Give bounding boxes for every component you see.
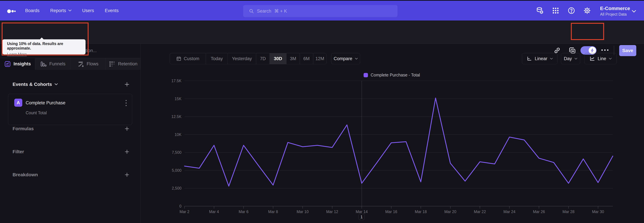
- event-name[interactable]: Complete Purchase: [26, 100, 66, 105]
- sampling-tooltip: Using 10% of data. Results are approxima…: [2, 39, 86, 54]
- chart-legend[interactable]: Complete Purchase - Total: [364, 73, 420, 77]
- chevron-down-icon[interactable]: [632, 10, 636, 13]
- chevron-down-icon: [550, 58, 553, 60]
- legend-swatch: [364, 73, 368, 77]
- y-axis-label: 12.5K: [172, 115, 182, 119]
- nav-item-boards[interactable]: Boards: [25, 8, 40, 13]
- event-options-button[interactable]: [124, 99, 128, 107]
- range-custom[interactable]: Custom: [170, 53, 206, 64]
- x-axis-label: Mar 28: [562, 209, 574, 214]
- x-axis-label: Mar 16: [385, 209, 397, 214]
- plus-icon: [124, 149, 130, 154]
- learn-more-link[interactable]: Learn More: [7, 52, 27, 57]
- search-icon: [249, 9, 254, 14]
- range-30d[interactable]: 30D: [270, 53, 286, 64]
- y-axis-label: 5,000: [172, 168, 182, 173]
- y-axis-label: 15K: [174, 97, 182, 101]
- project-name: E-Commerce: [600, 6, 630, 11]
- plus-icon: [124, 126, 130, 131]
- tooltip-arrow: [40, 38, 44, 40]
- range-7d[interactable]: 7D: [256, 53, 270, 64]
- date-range-selector: Custom Today Yesterday 7D 30D 3M 6M 12M: [170, 53, 326, 64]
- range-3m[interactable]: 3M: [286, 53, 300, 64]
- apps-grid-icon[interactable]: [552, 7, 560, 15]
- x-axis-label: Mar 18: [415, 209, 427, 214]
- chart-type-dropdown[interactable]: Line: [584, 53, 617, 64]
- chevron-down-icon: [355, 58, 358, 60]
- chevron-down-icon: [609, 58, 612, 60]
- events-cohorts-header: Events & Cohorts: [0, 80, 140, 88]
- range-6m[interactable]: 6M: [300, 53, 313, 64]
- tab-insights[interactable]: Insights: [0, 58, 35, 70]
- tab-funnels[interactable]: Funnels: [35, 58, 70, 70]
- chevron-down-icon: [68, 10, 72, 12]
- data-management-icon[interactable]: [536, 7, 544, 15]
- filter-section: Filter: [0, 148, 140, 156]
- x-axis-label: Mar 10: [297, 209, 309, 214]
- chevron-down-icon: [574, 58, 577, 60]
- plus-icon: [124, 81, 130, 87]
- search-shortcut: ⌘ + K: [274, 9, 287, 14]
- funnels-icon: [40, 61, 46, 67]
- add-formula-button[interactable]: [124, 125, 130, 132]
- event-card[interactable]: A Complete Purchase Count Total: [8, 94, 132, 125]
- plus-icon: [124, 172, 130, 177]
- x-axis-label: Mar 4: [209, 209, 219, 214]
- add-filter-button[interactable]: [124, 148, 130, 155]
- line-chart-icon: [590, 56, 595, 61]
- x-axis-label: Mar 12: [326, 209, 338, 214]
- x-axis-label: Mar 6: [239, 209, 248, 214]
- x-axis-label: Mar 26: [533, 209, 545, 214]
- series-line[interactable]: [184, 98, 613, 186]
- add-event-button[interactable]: [124, 81, 130, 88]
- linear-scale-icon: [526, 56, 532, 61]
- nav-item-reports[interactable]: Reports: [50, 8, 72, 13]
- settings-gear-icon[interactable]: [583, 7, 591, 15]
- nav-item-events[interactable]: Events: [105, 8, 119, 13]
- range-yesterday[interactable]: Yesterday: [228, 53, 256, 64]
- y-axis-label: 17.5K: [172, 79, 182, 83]
- formulas-section: Formulas: [0, 125, 140, 133]
- top-navbar: Boards Reports Users Events Search ⌘ + K: [0, 1, 644, 21]
- event-letter-badge: A: [14, 99, 22, 107]
- interval-dropdown[interactable]: Day: [561, 53, 580, 64]
- add-breakdown-button[interactable]: [124, 171, 130, 178]
- y-axis-label: 7,500: [172, 150, 182, 155]
- calendar-icon: [176, 56, 181, 61]
- tab-retention[interactable]: Retention: [106, 58, 140, 70]
- retention-icon: [109, 61, 116, 67]
- formulas-label: Formulas: [12, 126, 34, 131]
- x-axis-label: Mar 24: [504, 209, 516, 214]
- event-metric[interactable]: Count Total: [26, 110, 47, 115]
- pagination-page-1[interactable]: 1: [358, 214, 364, 220]
- project-switcher[interactable]: E-Commerce All Project Data: [600, 6, 630, 16]
- flows-icon: [77, 61, 84, 67]
- y-axis-label: 10K: [174, 133, 182, 137]
- insights-icon: [4, 61, 11, 67]
- nav-icon-group: [536, 7, 591, 15]
- range-today[interactable]: Today: [206, 53, 228, 64]
- lightning-bolt-icon: [590, 48, 594, 53]
- events-cohorts-label[interactable]: Events & Cohorts: [12, 82, 58, 87]
- x-axis-label: Mar 2: [180, 209, 190, 214]
- nav-item-users[interactable]: Users: [82, 8, 94, 13]
- breakdown-label: Breakdown: [12, 172, 38, 177]
- search-placeholder: Search: [257, 9, 271, 14]
- chevron-down-icon: [55, 83, 58, 85]
- project-scope: All Project Data: [600, 13, 630, 16]
- scale-dropdown[interactable]: Linear: [522, 53, 558, 64]
- more-options-button[interactable]: [602, 49, 608, 51]
- tab-flows[interactable]: Flows: [70, 58, 106, 70]
- x-axis-label: Mar 22: [474, 209, 486, 214]
- x-axis-label: Mar 14: [356, 209, 368, 214]
- help-icon[interactable]: [568, 7, 575, 15]
- y-axis-label: 0: [179, 204, 182, 208]
- range-12m[interactable]: 12M: [313, 53, 326, 64]
- search-input[interactable]: Search ⌘ + K: [243, 5, 398, 17]
- nav-menu: Boards Reports Users Events: [25, 1, 118, 21]
- save-button[interactable]: Save: [619, 45, 636, 56]
- report-tabs: Insights Funnels Flows Retention: [0, 58, 140, 70]
- mixpanel-logo-icon[interactable]: [7, 9, 17, 14]
- compare-button[interactable]: Compare: [331, 53, 360, 64]
- x-axis-label: Mar 30: [592, 209, 604, 214]
